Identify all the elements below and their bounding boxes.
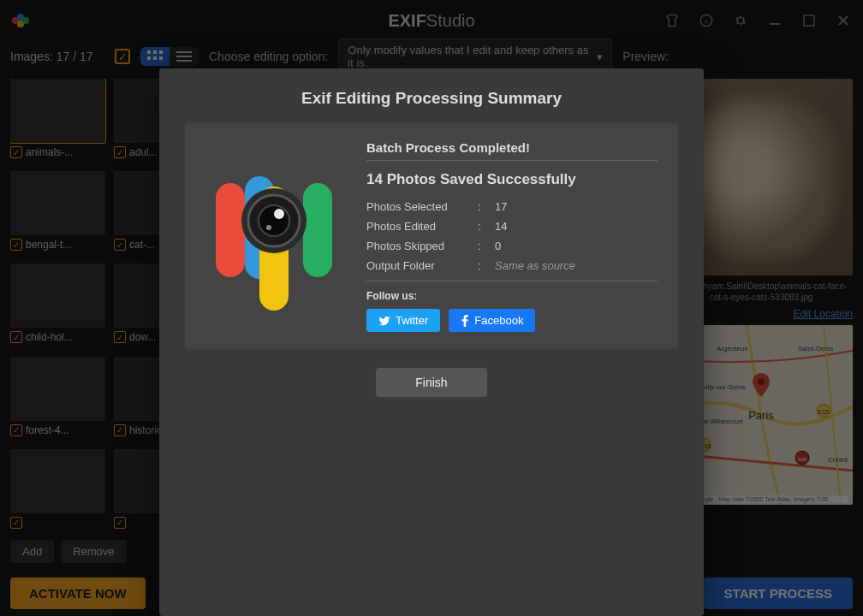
stat-skipped-value: 0 [495,240,658,252]
photos-saved-text: 14 Photos Saved Successfully [366,171,658,188]
svg-point-40 [274,209,284,219]
stat-selected-value: 17 [495,200,658,213]
summary-modal: Exif Editing Processing Summary Batch Pr… [159,68,704,616]
finish-button[interactable]: Finish [376,368,487,397]
stat-selected-label: Photos Selected [366,200,478,213]
twitter-button[interactable]: Twitter [366,309,440,332]
svg-point-39 [259,205,289,236]
svg-rect-34 [303,183,332,277]
stat-skipped-label: Photos Skipped [366,240,478,252]
stat-output-value: Same as source [495,259,658,272]
modal-title: Exif Editing Processing Summary [185,89,678,108]
stat-output-label: Output Folder [366,259,478,272]
follow-us-label: Follow us: [366,290,658,302]
modal-overlay: Exif Editing Processing Summary Batch Pr… [0,0,863,616]
svg-rect-33 [216,183,245,277]
modal-logo [205,140,342,332]
stat-edited-value: 14 [495,220,658,233]
stat-edited-label: Photos Edited [366,220,478,233]
svg-point-41 [266,225,271,230]
facebook-button[interactable]: Facebook [449,309,535,332]
batch-completed-text: Batch Process Completed! [366,140,658,161]
